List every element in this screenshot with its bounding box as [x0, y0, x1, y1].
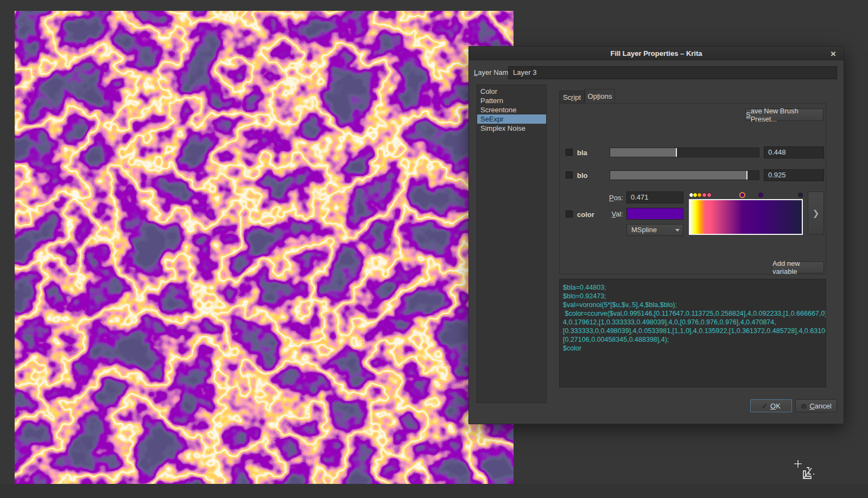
- script-line: $color=ccurve($val,0.995146,[0.117647,0.…: [563, 309, 822, 318]
- fill-layer-properties-dialog: Fill Layer Properties – Krita ✕ Layer Na…: [468, 46, 844, 424]
- interpolation-value: MSpline: [631, 226, 657, 234]
- tab-script[interactable]: Script: [559, 91, 585, 103]
- gradient-stop-handle[interactable]: [758, 193, 763, 197]
- cancel-button-label: Cancel: [809, 402, 831, 410]
- close-icon[interactable]: ✕: [828, 49, 838, 59]
- fill-type-color[interactable]: Color: [477, 87, 546, 96]
- gradient-editor[interactable]: [689, 191, 803, 235]
- cancel-slash-icon: ⊘: [801, 402, 807, 410]
- color-checkbox[interactable]: [566, 210, 573, 218]
- color-variable-label: color: [577, 210, 594, 219]
- blo-slider-fill: [610, 171, 747, 180]
- gradient-stop-handle[interactable]: [739, 192, 745, 198]
- bla-checkbox[interactable]: [566, 149, 573, 156]
- gradient-stop-strip[interactable]: [689, 191, 803, 199]
- script-line: $blo=0.92473;: [563, 292, 822, 301]
- options-tab-panel: [559, 103, 826, 274]
- cancel-button[interactable]: ⊘ Cancel: [795, 399, 837, 412]
- blo-value-input[interactable]: 0.925: [764, 169, 824, 181]
- script-line: [0.333333,0,0.498039],4,0.0533981,[1,1,0…: [563, 327, 822, 335]
- desktop: { "window": { "title": "Fill Layer Prope…: [0, 0, 868, 498]
- fill-type-screentone[interactable]: Screentone: [477, 105, 546, 114]
- fill-type-seexpr[interactable]: SeExpr: [477, 114, 546, 124]
- script-line: 4,0.179612,[1,0.333333,0.498039],4,0,[0.…: [563, 318, 822, 327]
- bla-slider[interactable]: [610, 148, 759, 157]
- pos-label: Pos:: [595, 194, 623, 202]
- val-label: Val:: [595, 210, 623, 218]
- gradient-stop-handle[interactable]: [697, 193, 702, 197]
- canvas-background-strip: [0, 484, 868, 498]
- tab-options[interactable]: Options: [585, 89, 615, 103]
- blo-checkbox[interactable]: [566, 171, 573, 178]
- bla-value-input[interactable]: 0.448: [764, 146, 824, 158]
- gradient-next-button[interactable]: ❯: [808, 191, 824, 235]
- interpolation-dropdown[interactable]: MSpline: [626, 224, 683, 236]
- fill-type-list: Color Pattern Screentone SeExpr Simplex …: [477, 85, 547, 403]
- val-color-swatch[interactable]: [626, 208, 683, 220]
- gradient-stop-handle[interactable]: [702, 193, 707, 197]
- fill-type-simplex-noise[interactable]: Simplex Noise: [477, 124, 546, 133]
- ok-button-label: OK: [770, 402, 781, 410]
- chevron-right-icon: ❯: [813, 208, 820, 218]
- script-line: $bla=0.44803;: [563, 283, 822, 292]
- gradient-stop-handle[interactable]: [707, 193, 712, 197]
- add-new-variable-button[interactable]: Add new variable: [772, 261, 824, 273]
- blo-variable-label: blo: [577, 171, 588, 180]
- script-line: $color: [563, 344, 822, 353]
- seexpr-noise-render: [15, 11, 514, 484]
- fill-type-pattern[interactable]: Pattern: [477, 96, 546, 105]
- script-line: $val=voronoi(5*[$u,$v,.5],4,$bla,$blo);: [563, 301, 822, 309]
- save-new-brush-preset-button[interactable]: Save New Brush Preset...: [745, 108, 823, 121]
- dialog-titlebar[interactable]: Fill Layer Properties – Krita ✕: [469, 47, 844, 60]
- blo-slider[interactable]: [610, 170, 759, 180]
- bla-variable-label: bla: [577, 149, 587, 157]
- bla-slider-fill: [610, 148, 677, 157]
- ok-button[interactable]: ✓ OK: [750, 399, 792, 412]
- chevron-down-icon: [675, 229, 680, 232]
- gradient-stop-handle[interactable]: [798, 193, 803, 197]
- script-line: [0.27106,0.00458345,0.488398],4);: [563, 335, 822, 344]
- checkmark-icon: ✓: [762, 402, 768, 410]
- bla-slider-handle[interactable]: [676, 148, 677, 157]
- blo-slider-handle[interactable]: [746, 171, 747, 180]
- canvas-preview[interactable]: [15, 11, 514, 484]
- crop-tool-cursor: [794, 459, 815, 481]
- gradient-preview[interactable]: [689, 199, 803, 235]
- generated-script-output[interactable]: $bla=0.44803; $blo=0.92473; $val=voronoi…: [559, 279, 826, 387]
- pos-input[interactable]: 0.471: [626, 191, 683, 203]
- dialog-title: Fill Layer Properties – Krita: [610, 49, 702, 58]
- layer-name-input[interactable]: Layer 3: [508, 66, 837, 79]
